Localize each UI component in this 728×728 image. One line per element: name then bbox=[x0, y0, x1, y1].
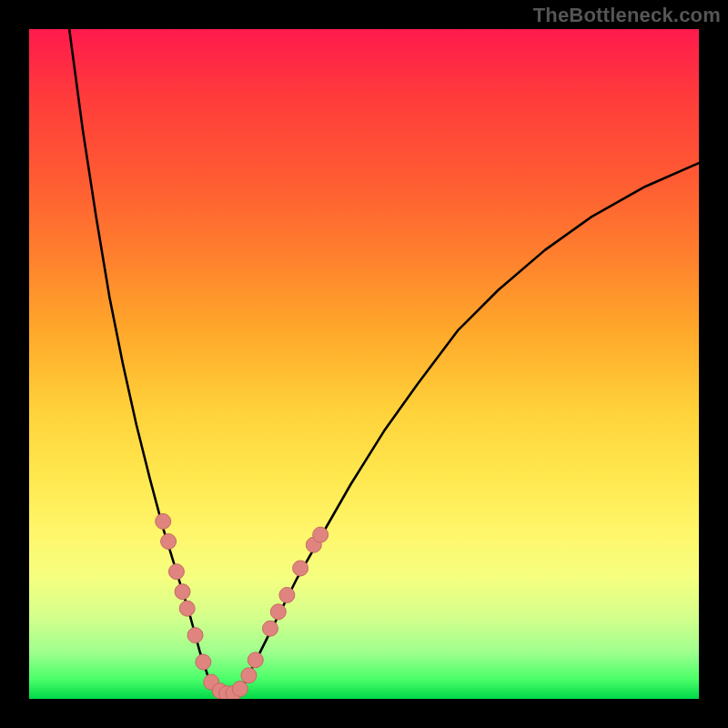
bottleneck-curve bbox=[69, 29, 699, 695]
curve-marker bbox=[187, 628, 203, 643]
curve-marker bbox=[313, 527, 329, 542]
curve-marker bbox=[293, 561, 308, 576]
curve-marker bbox=[156, 513, 171, 529]
curve-marker bbox=[175, 584, 190, 600]
curve-layer bbox=[29, 29, 699, 699]
watermark-text: TheBottleneck.com bbox=[533, 4, 721, 27]
curve-marker bbox=[241, 668, 257, 683]
curve-marker bbox=[196, 654, 211, 670]
curve-markers bbox=[156, 513, 329, 699]
plot-area bbox=[29, 29, 699, 699]
curve-marker bbox=[232, 681, 248, 696]
curve-marker bbox=[279, 587, 295, 602]
curve-marker bbox=[262, 621, 278, 636]
chart-frame: TheBottleneck.com bbox=[0, 0, 728, 728]
curve-marker bbox=[179, 601, 195, 616]
curve-marker bbox=[161, 534, 177, 550]
curve-marker bbox=[168, 564, 184, 580]
curve-marker bbox=[270, 604, 286, 620]
curve-marker bbox=[248, 652, 263, 668]
